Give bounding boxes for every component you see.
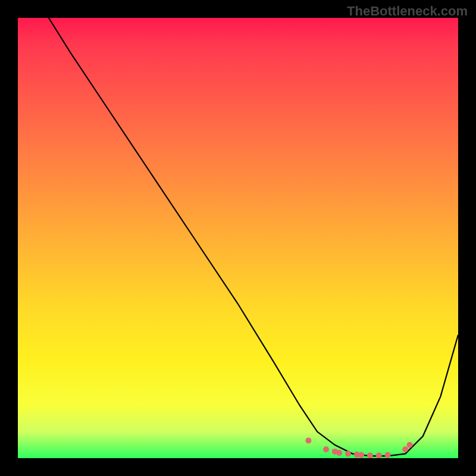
watermark-text: TheBottleneck.com xyxy=(347,4,468,19)
chart-plot-area xyxy=(18,18,458,458)
